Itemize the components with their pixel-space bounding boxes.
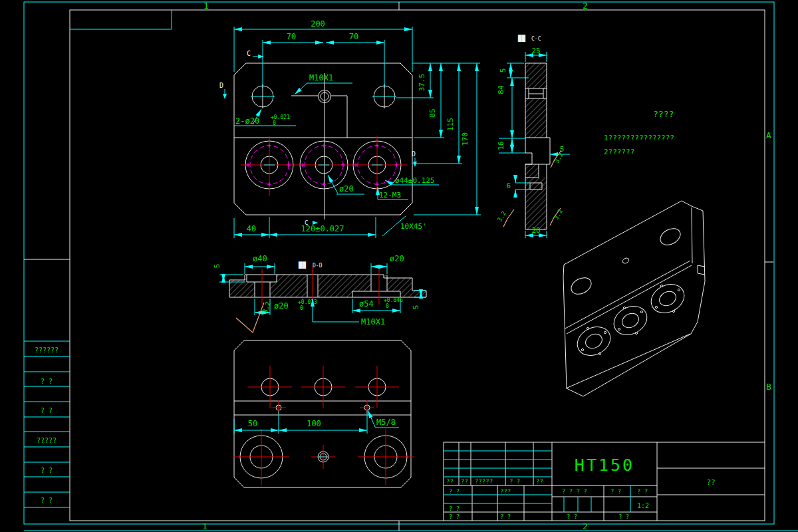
- strip-row-label: ?????: [37, 437, 57, 444]
- tb-header-cell: ?????: [475, 478, 493, 485]
- strip-row-label: ? ?: [41, 497, 53, 504]
- dim-d20-bore: ø20: [274, 301, 289, 311]
- section-mark-d-right: D: [412, 150, 416, 158]
- plan-main-bores: [241, 136, 407, 196]
- section-cc: ██ C-C 25 5 84 16 5: [496, 35, 570, 238]
- dim-5-left: 5: [213, 264, 221, 269]
- isometric-view: [563, 201, 705, 396]
- dim-200: 200: [311, 19, 325, 29]
- plan-view: 200 70 70 37.5 85 115 170 40: [219, 19, 481, 238]
- dim-85: 85: [428, 108, 437, 117]
- dim-170: 170: [461, 132, 469, 146]
- dim-25: 25: [531, 47, 540, 55]
- roughness-3-2: 3.2: [553, 208, 564, 221]
- section-mark-d-left: D: [219, 82, 223, 89]
- tb-scale-value: 1:2: [637, 502, 649, 509]
- iso-bosses: [573, 279, 690, 361]
- dim-d54-tol-upper: +0.046: [384, 297, 403, 303]
- roughness-3-2: 3.2: [261, 301, 273, 315]
- notes-line-1: 1???????????????: [604, 134, 674, 142]
- tb-header-cell: ??: [536, 478, 543, 485]
- section-dd: ██ D-D 5 ø40 ø20 ø20 +0.033: [213, 254, 426, 332]
- section-dd-label: D-D: [313, 263, 323, 269]
- dim-40: 40: [247, 224, 256, 233]
- section-mark-c-top: C: [247, 50, 251, 57]
- bottom-dimensions: 50 100 M5/8: [234, 410, 399, 434]
- callout-d20: ø20: [339, 184, 354, 194]
- dim-70-right: 70: [349, 32, 358, 41]
- tb-cell: ? ?: [449, 505, 460, 512]
- dim-20: 20: [531, 226, 540, 235]
- notes-line-2: 2??????: [604, 148, 634, 156]
- zone-label-bottom-1: 1: [202, 521, 207, 531]
- dim-5-right: 5: [560, 145, 565, 154]
- title-block: ?? ?? ????? ? ? ?? ? ? ??? ? ? ? ? ? ? ?…: [444, 442, 765, 521]
- strip-row-label: ??????: [35, 346, 59, 354]
- tb-cell: ? ?: [500, 513, 511, 520]
- dim-37-5: 37.5: [418, 74, 426, 92]
- dim-84: 84: [497, 85, 505, 94]
- plan-dimensions: 200 70 70 37.5 85 115 170 40: [234, 19, 481, 238]
- callout-d44: ø44±0.125: [395, 176, 435, 185]
- zone-label-bottom-2: 2: [583, 521, 588, 531]
- section-mark-c-bottom: C: [305, 219, 308, 226]
- tb-material: HT150: [575, 456, 634, 475]
- bottom-view: 50 100 M5/8: [233, 340, 414, 487]
- strip-row-label: ? ?: [41, 407, 53, 414]
- dim-m10x1-dd: M10X1: [361, 317, 385, 327]
- bottom-big-holes: [233, 429, 414, 485]
- dim-115: 115: [446, 118, 455, 131]
- bottom-top-row-holes: [248, 366, 399, 408]
- callout-2xd20-tol-lower: 0: [273, 120, 276, 126]
- tb-signature: ? ?: [618, 513, 629, 520]
- callout-m10x1: M10X1: [309, 73, 333, 82]
- zone-label-top-1: 1: [203, 1, 209, 11]
- strip-row-label: ? ?: [41, 467, 53, 474]
- tb-stage-mark: ? ? ? ?: [562, 488, 587, 495]
- dim-chamfer: 10X45': [400, 222, 427, 231]
- notes-title: ????: [653, 109, 674, 119]
- tb-weight: ? ?: [610, 488, 621, 495]
- section-cc-label: C-C: [531, 36, 541, 42]
- strip-row-label: ? ?: [41, 378, 53, 385]
- surface-finish-symbol-dd: 3.2: [236, 301, 272, 332]
- tb-signature: ? ?: [567, 513, 577, 520]
- plan-callouts: 2-ø20 +0.021 0 M10X1 ø20 ø44±0.125 12-M3: [234, 73, 439, 200]
- dim-d20-bore-tol-upper: +0.033: [298, 299, 317, 305]
- tb-header-cell: ??: [461, 478, 468, 485]
- dim-70-left: 70: [287, 32, 296, 41]
- dim-5-right-dd: 5: [412, 305, 420, 310]
- callout-2xd20-tol-upper: +0.021: [271, 114, 290, 120]
- zone-label-right-b: B: [766, 382, 771, 392]
- dim-d40: ø40: [253, 254, 267, 263]
- technical-notes: ???? 1??????????????? 2??????: [604, 109, 674, 156]
- dim-100: 100: [307, 419, 321, 428]
- tb-header-cell: ??: [446, 478, 454, 485]
- dim-5-top: 5: [499, 68, 507, 73]
- dim-d54: ø54: [359, 299, 374, 309]
- callout-m5-8: M5/8: [376, 418, 396, 427]
- signature-strip: ?????? ? ? ? ? ????? ? ? ? ?: [24, 341, 70, 507]
- plan-top-holes: [251, 84, 396, 108]
- tb-scale-header: ? ?: [637, 488, 648, 495]
- section-cc-cjk-label: ██: [517, 35, 525, 43]
- dim-d20-top: ø20: [390, 254, 404, 263]
- section-dd-cjk-label: ██: [298, 261, 306, 269]
- callout-12m3: 12-M3: [379, 191, 401, 200]
- dim-50: 50: [248, 419, 257, 428]
- dim-16: 16: [497, 141, 505, 150]
- cad-drawing-canvas: 1 2 1 2 A B ?????? ? ? ? ? ????? ? ? ? ?: [0, 0, 798, 532]
- tb-cell: ? ?: [449, 488, 460, 495]
- callout-2xd20: 2-ø20: [235, 116, 259, 126]
- tb-part-code: ??: [706, 478, 715, 487]
- tb-cell: ???: [500, 488, 511, 495]
- roughness-3-2: 3.2: [496, 210, 507, 223]
- dim-d54-tol-lower: 0: [386, 303, 389, 309]
- dim-6: 6: [506, 182, 511, 190]
- tb-header-cell: ? ?: [509, 478, 520, 485]
- dim-d20-bore-tol-lower: 0: [300, 305, 303, 311]
- zone-label-right-a: A: [766, 130, 771, 140]
- tb-cell: ? ?: [449, 513, 460, 520]
- zone-label-top-2: 2: [583, 1, 588, 11]
